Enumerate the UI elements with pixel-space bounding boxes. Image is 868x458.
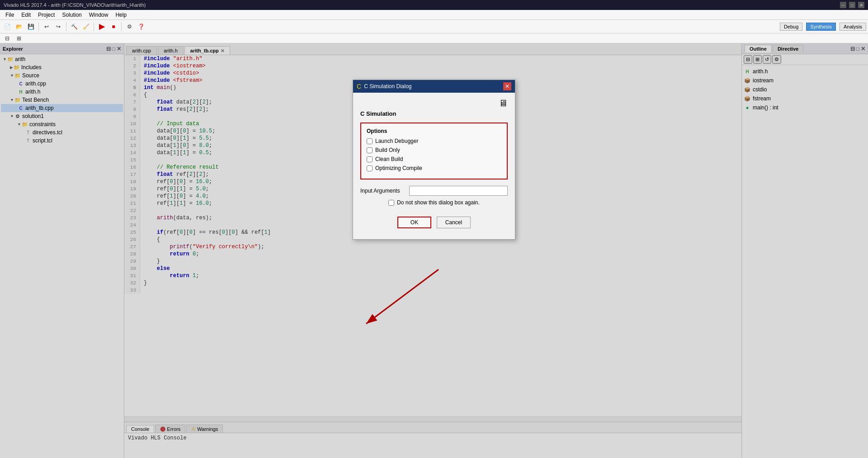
menu-window[interactable]: Window bbox=[85, 11, 112, 19]
ok-button[interactable]: OK bbox=[397, 217, 431, 228]
analysis-badge[interactable]: Analysis bbox=[840, 23, 866, 31]
menu-solution[interactable]: Solution bbox=[58, 11, 85, 19]
clean-button[interactable]: 🧹 bbox=[80, 21, 91, 32]
label-clean-build: Clean Build bbox=[375, 156, 403, 162]
dialog-buttons: OK Cancel bbox=[360, 213, 508, 234]
title-text: Vivado HLS 2017.4 - arith (F:\CSDN_VIVAD… bbox=[4, 2, 146, 8]
label-optimizing-compile: Optimizing Compile bbox=[375, 165, 422, 171]
debug-badge[interactable]: Debug bbox=[780, 23, 802, 31]
settings-button[interactable]: ⚙ bbox=[124, 21, 135, 32]
c-simulation-dialog: C C Simulation Dialog ✕ 🖥 C Simulation O… bbox=[353, 80, 515, 240]
menu-edit[interactable]: Edit bbox=[18, 11, 34, 19]
stop-button[interactable]: ■ bbox=[108, 21, 119, 32]
sep1 bbox=[38, 22, 39, 31]
checkbox-launch-debugger: Launch Debugger bbox=[367, 138, 501, 144]
dont-show-checkbox[interactable] bbox=[388, 200, 394, 206]
collapse-all-button[interactable]: ⊟ bbox=[2, 33, 13, 44]
save-button[interactable]: 💾 bbox=[25, 21, 36, 32]
input-arguments-row: Input Arguments bbox=[360, 186, 508, 196]
label-launch-debugger: Launch Debugger bbox=[375, 138, 418, 144]
dialog-heading: C Simulation bbox=[360, 110, 508, 117]
modal-overlay: C C Simulation Dialog ✕ 🖥 C Simulation O… bbox=[0, 43, 868, 458]
build-button[interactable]: 🔨 bbox=[69, 21, 80, 32]
menu-file[interactable]: File bbox=[2, 11, 18, 19]
checkbox-optimizing-compile-input[interactable] bbox=[367, 165, 373, 171]
options-box: Options Launch Debugger Build Only Clean… bbox=[360, 123, 508, 179]
menu-project[interactable]: Project bbox=[34, 11, 58, 19]
dialog-title-text: C Simulation Dialog bbox=[364, 83, 411, 90]
redo-button[interactable]: ↪ bbox=[53, 21, 64, 32]
cancel-button[interactable]: Cancel bbox=[437, 217, 471, 228]
dialog-body: 🖥 C Simulation Options Launch Debugger B… bbox=[353, 93, 515, 239]
dialog-title-area: C C Simulation Dialog bbox=[357, 83, 412, 90]
dialog-icon: 🖥 bbox=[499, 98, 508, 109]
checkbox-launch-debugger-input[interactable] bbox=[367, 138, 373, 144]
checkbox-build-only: Build Only bbox=[367, 147, 501, 153]
sep4 bbox=[121, 22, 122, 31]
dont-show-label: Do not show this dialog box again. bbox=[397, 199, 480, 206]
close-button[interactable]: ✕ bbox=[858, 2, 864, 8]
dialog-icon-row: 🖥 bbox=[360, 98, 508, 109]
menu-bar: File Edit Project Solution Window Help bbox=[0, 10, 868, 20]
main-toolbar: 📄 📂 💾 ↩ ↪ 🔨 🧹 ▶ ■ ⚙ ❓ Debug Synthesis An… bbox=[0, 20, 868, 33]
checkbox-optimizing-compile: Optimizing Compile bbox=[367, 165, 501, 171]
menu-help[interactable]: Help bbox=[112, 11, 130, 19]
input-arguments-label: Input Arguments bbox=[360, 188, 406, 194]
secondary-toolbar: ⊟ ⊞ bbox=[0, 33, 868, 43]
label-build-only: Build Only bbox=[375, 147, 400, 153]
options-title: Options bbox=[367, 128, 501, 134]
input-arguments-field[interactable] bbox=[409, 186, 508, 196]
synthesis-badge[interactable]: Synthesis bbox=[806, 23, 836, 31]
title-bar: Vivado HLS 2017.4 - arith (F:\CSDN_VIVAD… bbox=[0, 0, 868, 10]
expand-all-button[interactable]: ⊞ bbox=[14, 33, 24, 44]
open-button[interactable]: 📂 bbox=[14, 21, 24, 32]
sep3 bbox=[94, 22, 94, 31]
minimize-button[interactable]: ─ bbox=[840, 2, 846, 8]
checkbox-clean-build-input[interactable] bbox=[367, 156, 373, 162]
toolbar-right: Debug Synthesis Analysis bbox=[780, 23, 866, 31]
dialog-c-icon: C bbox=[357, 83, 361, 90]
dialog-close-button[interactable]: ✕ bbox=[503, 82, 511, 90]
help-btn[interactable]: ❓ bbox=[136, 21, 146, 32]
undo-button[interactable]: ↩ bbox=[41, 21, 52, 32]
sep2 bbox=[66, 22, 66, 31]
dont-show-row: Do not show this dialog box again. bbox=[360, 199, 508, 206]
run-button[interactable]: ▶ bbox=[96, 21, 107, 32]
maximize-button[interactable]: □ bbox=[849, 2, 855, 8]
checkbox-build-only-input[interactable] bbox=[367, 147, 373, 153]
window-controls[interactable]: ─ □ ✕ bbox=[840, 2, 864, 8]
checkbox-clean-build: Clean Build bbox=[367, 156, 501, 162]
dialog-titlebar: C C Simulation Dialog ✕ bbox=[353, 80, 515, 93]
new-button[interactable]: 📄 bbox=[2, 21, 13, 32]
